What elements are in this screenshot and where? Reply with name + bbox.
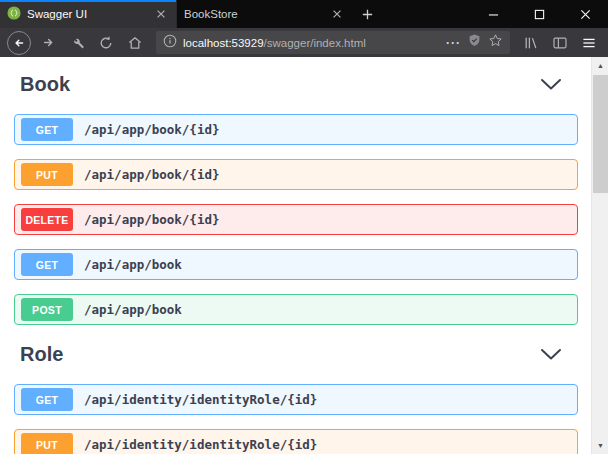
tab-bookstore[interactable]: BookStore [176,0,352,28]
refresh-button[interactable] [93,31,119,55]
chevron-down-icon[interactable] [540,78,562,91]
method-badge: GET [21,388,73,411]
section-header[interactable]: Book [14,71,578,97]
home-button[interactable] [122,31,148,55]
titlebar: Swagger UI BookStore [0,0,608,28]
endpoint-path: /api/app/book/{id} [84,122,219,137]
endpoint-row[interactable]: POST /api/app/book [14,294,578,325]
minimize-button[interactable] [470,0,516,28]
tab-title: BookStore [184,8,323,20]
site-info-icon[interactable] [163,34,177,52]
endpoint-row[interactable]: GET /api/identity/identityRole/{id} [14,384,578,415]
shield-check-icon[interactable] [467,33,482,52]
library-icon[interactable] [518,31,544,55]
menu-hamburger-icon[interactable] [576,31,602,55]
url-path: /swagger/index.html [264,37,366,49]
close-tab-icon[interactable] [153,6,169,22]
window-controls [470,0,608,28]
swagger-favicon-icon [7,6,21,22]
scroll-up-icon[interactable]: ▲ [592,57,608,74]
endpoint-path: /api/app/book [84,257,182,272]
url-bar[interactable]: localhost:53929/swagger/index.html ··· [156,31,510,54]
chevron-down-icon[interactable] [540,348,562,361]
method-badge: PUT [21,163,73,186]
close-tab-icon[interactable] [329,6,345,22]
wrench-icon[interactable] [64,31,90,55]
endpoint-path: /api/app/book/{id} [84,212,219,227]
vertical-scrollbar[interactable]: ▲ ▼ [591,57,608,454]
method-badge: GET [21,118,73,141]
endpoint-path: /api/app/book/{id} [84,167,219,182]
tab-title: Swagger UI [27,8,147,20]
endpoint-path: /api/identity/identityRole/{id} [84,392,317,407]
section-role: Role GET /api/identity/identityRole/{id}… [14,341,578,454]
section-header[interactable]: Role [14,341,578,367]
endpoint-row[interactable]: PUT /api/app/book/{id} [14,159,578,190]
maximize-button[interactable] [516,0,562,28]
bookmark-star-icon[interactable] [488,33,503,52]
close-window-button[interactable] [562,0,608,28]
page-actions-icon[interactable]: ··· [446,36,461,50]
tab-swagger-ui[interactable]: Swagger UI [0,0,176,28]
section-book: Book GET /api/app/book/{id} PUT /api/app… [14,71,578,325]
endpoint-path: /api/identity/identityRole/{id} [84,437,317,452]
back-button[interactable] [6,31,32,55]
forward-button[interactable] [35,31,61,55]
method-badge: POST [21,298,73,321]
endpoint-row[interactable]: PUT /api/identity/identityRole/{id} [14,429,578,454]
endpoint-row[interactable]: DELETE /api/app/book/{id} [14,204,578,235]
method-badge: GET [21,253,73,276]
url-host: localhost:53929 [183,37,264,49]
section-title: Role [20,343,63,366]
endpoint-row[interactable]: GET /api/app/book/{id} [14,114,578,145]
scroll-down-icon[interactable]: ▼ [592,437,608,454]
endpoint-path: /api/app/book [84,302,182,317]
sidebar-toggle-icon[interactable] [547,31,573,55]
navigation-toolbar: localhost:53929/swagger/index.html ··· [0,28,608,57]
new-tab-button[interactable] [352,0,382,28]
method-badge: DELETE [21,208,73,231]
scrollbar-thumb[interactable] [593,75,608,193]
section-title: Book [20,73,70,96]
url-text: localhost:53929/swagger/index.html [183,37,440,49]
back-icon [7,31,31,55]
endpoint-row[interactable]: GET /api/app/book [14,249,578,280]
page-content: Book GET /api/app/book/{id} PUT /api/app… [0,57,591,454]
browser-window: Swagger UI BookStore [0,0,608,454]
method-badge: PUT [21,433,73,454]
